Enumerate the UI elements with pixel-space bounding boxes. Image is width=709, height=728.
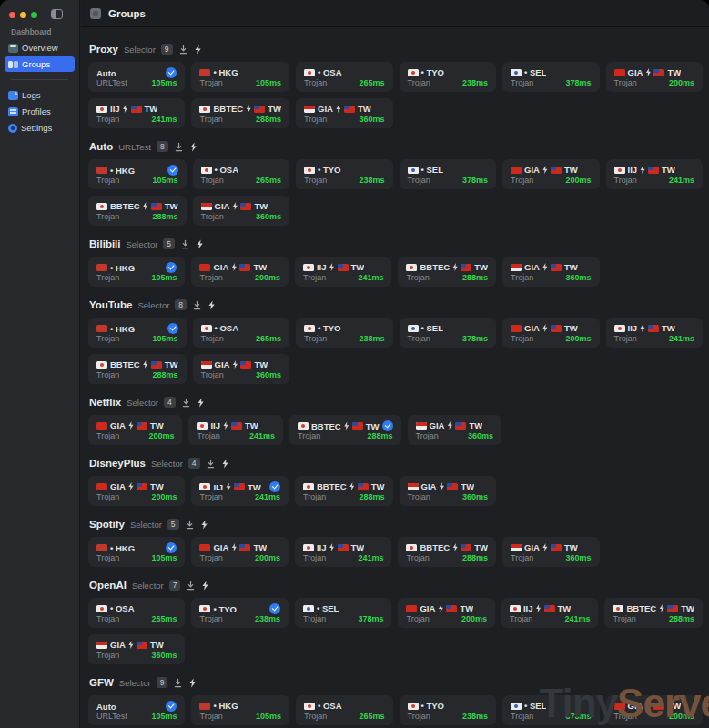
proxy-card[interactable]: BBTECTWTrojan288ms xyxy=(191,98,289,128)
proxy-card[interactable]: IIJTWTrojan241ms xyxy=(501,598,598,628)
proxy-card[interactable]: GIATWTrojan200ms xyxy=(88,415,182,445)
flag-jp-icon xyxy=(199,605,210,612)
proxy-card[interactable]: • SELTrojan378ms xyxy=(502,62,600,92)
speed-test-icon[interactable] xyxy=(196,239,204,249)
proxy-card[interactable]: GIATWTrojan360ms xyxy=(400,476,497,506)
proxy-card[interactable]: IIJTWTrojan241ms xyxy=(188,415,283,445)
latency-value: 288ms xyxy=(256,115,281,124)
proxy-card[interactable]: GIATWTrojan360ms xyxy=(408,415,502,445)
relay-bolt-icon xyxy=(231,263,237,271)
proxy-name: GIATW xyxy=(96,481,164,491)
proxy-card[interactable]: • TYOTrojan238ms xyxy=(400,62,497,92)
proxy-card[interactable]: GIATWTrojan200ms xyxy=(88,476,185,506)
proxy-card[interactable]: GIATWTrojan360ms xyxy=(296,98,393,128)
proxy-card[interactable]: IIJTWTrojan241ms xyxy=(295,537,392,567)
latency-value: 105ms xyxy=(152,176,177,185)
protocol-label: Trojan xyxy=(96,651,119,660)
speed-test-icon[interactable] xyxy=(189,142,198,152)
proxy-card[interactable]: GIATWTrojan360ms xyxy=(502,257,600,287)
proxy-card[interactable]: BBTECTWTrojan288ms xyxy=(88,196,187,226)
proxy-card[interactable]: GIATWTrojan200ms xyxy=(502,318,600,348)
proxy-card[interactable]: GIATWTrojan200ms xyxy=(191,537,289,567)
speed-test-icon[interactable] xyxy=(221,459,229,469)
proxy-card[interactable]: BBTECTWTrojan288ms xyxy=(289,415,401,445)
sidebar-item-profiles[interactable]: Profiles xyxy=(5,104,75,119)
speed-test-icon[interactable] xyxy=(188,678,197,688)
proxy-card[interactable]: • TYOTrojan238ms xyxy=(296,318,393,348)
proxy-name: • OSA xyxy=(96,603,135,613)
proxy-card[interactable]: • OSATrojan265ms xyxy=(88,598,185,628)
proxy-card[interactable]: IIJTWTrojan241ms xyxy=(191,476,289,506)
latency-value: 378ms xyxy=(462,176,488,185)
latency-value: 200ms xyxy=(669,712,694,721)
proxy-card[interactable]: • TYOTrojan238ms xyxy=(296,159,393,189)
proxy-card[interactable]: • OSATrojan265ms xyxy=(296,695,393,725)
proxy-card-bottom: Trojan265ms xyxy=(201,176,281,185)
proxy-card[interactable]: AutoURLTest105ms xyxy=(88,695,185,725)
proxy-card[interactable]: GIATWTrojan200ms xyxy=(191,257,289,287)
proxy-card[interactable]: • TYOTrojan238ms xyxy=(400,695,497,725)
proxy-card[interactable]: BBTECTWTrojan288ms xyxy=(88,354,187,384)
proxy-card[interactable]: • SELTrojan378ms xyxy=(400,318,497,348)
speed-test-icon[interactable] xyxy=(197,398,205,408)
latency-test-icon[interactable] xyxy=(180,239,190,249)
proxy-card[interactable]: GIATWTrojan200ms xyxy=(502,159,600,189)
proxy-card[interactable]: IIJTWTrojan241ms xyxy=(606,318,703,348)
proxy-card[interactable]: • SELTrojan378ms xyxy=(295,598,392,628)
proxy-card[interactable]: • HKGTrojan105ms xyxy=(191,695,289,725)
sidebar-item-groups[interactable]: Groups xyxy=(5,56,75,72)
toggle-sidebar-icon[interactable] xyxy=(51,9,63,19)
sidebar-item-overview[interactable]: Overview xyxy=(5,40,75,56)
sidebar-item-settings[interactable]: Settings xyxy=(5,120,75,136)
speed-test-icon[interactable] xyxy=(200,520,208,530)
proxy-name: GIATW xyxy=(96,640,164,650)
proxy-card[interactable]: GIATWTrojan360ms xyxy=(193,196,289,226)
close-window-button[interactable] xyxy=(9,12,15,18)
latency-test-icon[interactable] xyxy=(192,300,202,310)
zoom-window-button[interactable] xyxy=(31,12,37,18)
proxy-card[interactable]: GIATWTrojan200ms xyxy=(606,695,703,725)
proxy-card[interactable]: BBTECTWTrojan288ms xyxy=(295,476,393,506)
flag-tw-icon xyxy=(551,325,562,332)
speed-test-icon[interactable] xyxy=(201,581,209,591)
proxy-card[interactable]: • HKGTrojan105ms xyxy=(88,537,185,567)
proxy-card[interactable]: • OSATrojan265ms xyxy=(193,318,289,348)
proxy-card[interactable]: GIATWTrojan200ms xyxy=(398,598,495,628)
sidebar-item-logs[interactable]: Logs xyxy=(5,87,75,103)
proxy-card-bottom: Trojan105ms xyxy=(96,334,178,343)
proxy-card[interactable]: • OSATrojan265ms xyxy=(193,159,289,189)
latency-test-icon[interactable] xyxy=(178,45,188,55)
speed-test-icon[interactable] xyxy=(208,300,216,310)
proxy-card[interactable]: • TYOTrojan238ms xyxy=(191,598,289,628)
latency-test-icon[interactable] xyxy=(173,678,183,688)
proxy-card[interactable]: • HKGTrojan105ms xyxy=(88,318,187,348)
proxy-card[interactable]: BBTECTWTrojan288ms xyxy=(398,537,496,567)
proxy-card[interactable]: • OSATrojan265ms xyxy=(296,62,393,92)
proxy-card[interactable]: • SELTrojan378ms xyxy=(400,159,497,189)
latency-test-icon[interactable] xyxy=(206,459,216,469)
latency-test-icon[interactable] xyxy=(185,520,195,530)
latency-value: 288ms xyxy=(462,273,488,282)
proxy-card[interactable]: GIATWTrojan200ms xyxy=(606,62,703,92)
minimize-window-button[interactable] xyxy=(20,12,26,18)
proxy-card[interactable]: IIJTWTrojan241ms xyxy=(295,257,392,287)
proxy-card[interactable]: GIATWTrojan360ms xyxy=(502,537,600,567)
proxy-card[interactable]: BBTECTWTrojan288ms xyxy=(398,257,496,287)
proxy-card[interactable]: BBTECTWTrojan288ms xyxy=(604,598,703,628)
latency-test-icon[interactable] xyxy=(174,142,184,152)
proxy-card[interactable]: GIATWTrojan360ms xyxy=(88,634,185,664)
proxy-card[interactable]: AutoURLTest105ms xyxy=(88,62,185,92)
proxy-card[interactable]: • SELTrojan378ms xyxy=(502,695,600,725)
latency-test-icon[interactable] xyxy=(181,398,191,408)
proxy-card[interactable]: • HKGTrojan105ms xyxy=(191,62,289,92)
proxy-card[interactable]: GIATWTrojan360ms xyxy=(193,354,289,384)
proxy-card[interactable]: IIJTWTrojan241ms xyxy=(88,98,185,128)
latency-test-icon[interactable] xyxy=(186,581,196,591)
proxy-name: GIATW xyxy=(511,262,578,272)
proxy-name: Auto xyxy=(96,702,116,712)
proxy-card[interactable]: • HKGTrojan105ms xyxy=(88,159,187,189)
speed-test-icon[interactable] xyxy=(194,45,202,55)
proxy-card[interactable]: • HKGTrojan105ms xyxy=(88,257,185,287)
proxy-card[interactable]: IIJTWTrojan241ms xyxy=(606,159,703,189)
group-type-label: Selector xyxy=(119,678,151,688)
